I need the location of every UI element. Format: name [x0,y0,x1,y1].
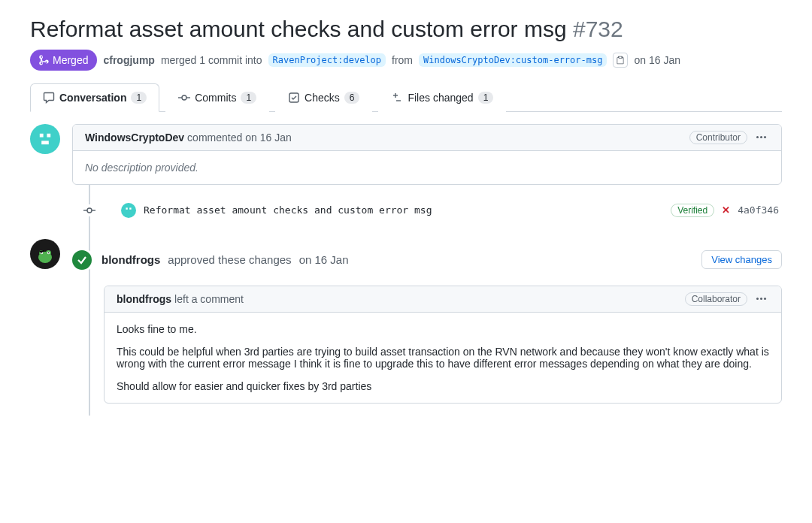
review-author[interactable]: blondfrogs [102,253,160,266]
tab-conversation-count: 1 [131,92,147,104]
tab-conversation-label: Conversation [59,92,126,104]
pr-header: Reformat asset amount checks and custom … [30,15,782,71]
pr-number: #732 [573,17,623,41]
check-icon [76,254,88,266]
frog-avatar-icon [34,243,56,265]
review-comment-action: left a comment [174,293,244,305]
commit-icon [178,92,190,104]
tab-checks[interactable]: Checks 6 [275,83,372,112]
verified-badge[interactable]: Verified [671,204,714,217]
svg-point-24 [48,252,50,253]
pr-meta-row: Merged cfrogjump merged 1 commit into Ra… [30,50,782,71]
review-body-p2: This could be helpful when 3rd parties a… [117,346,769,370]
tab-checks-count: 6 [344,92,360,104]
commit-avatar[interactable] [121,203,136,218]
commit-row: Reformat asset amount checks and custom … [83,197,782,224]
avatar-windowscryptodev[interactable] [30,124,60,154]
merged-text-2: from [392,54,413,66]
review-date[interactable]: on 16 Jan [299,253,349,266]
tab-files-label: Files changed [408,92,473,104]
tab-files[interactable]: Files changed 1 [378,83,506,112]
base-branch[interactable]: RavenProject:develop [268,53,386,67]
head-branch[interactable]: WindowsCryptoDev:custom-error-msg [419,53,607,67]
merged-badge-label: Merged [53,54,88,66]
review-action: approved these changes [168,253,291,266]
svg-point-0 [182,95,186,100]
svg-rect-9 [47,133,50,137]
comment-author-1[interactable]: WindowsCryptoDev [85,132,184,144]
pr-title: Reformat asset amount checks and custom … [30,15,782,44]
review-comment-box: blondfrogs left a comment Collaborator L… [104,286,782,404]
comment-icon [43,92,55,104]
commit-sha[interactable]: 4a0f346 [738,204,779,216]
comment-box-1: WindowsCryptoDev commented on 16 Jan Con… [72,124,782,185]
review-comment-menu[interactable] [753,295,769,303]
svg-rect-14 [124,206,133,215]
checks-icon [288,92,300,104]
approve-badge [70,248,94,272]
timeline-rail: Reformat asset amount checks and custom … [89,185,782,416]
tab-checks-label: Checks [304,92,340,104]
tab-files-count: 1 [478,92,494,104]
svg-rect-3 [289,93,298,102]
svg-rect-7 [36,130,54,148]
svg-rect-16 [129,207,131,209]
timeline: WindowsCryptoDev commented on 16 Jan Con… [30,124,782,416]
timeline-comment-1: WindowsCryptoDev commented on 16 Jan Con… [30,124,782,185]
avatar-blondfrogs[interactable] [30,239,60,269]
avatar-pixel-icon [36,130,54,148]
comment-header-1: WindowsCryptoDev commented on 16 Jan Con… [73,125,781,151]
svg-point-23 [41,252,43,253]
svg-rect-10 [41,141,49,144]
tab-bar: Conversation 1 Commits 1 Checks 6 Files … [30,83,782,112]
merged-badge: Merged [30,50,97,71]
avatar-pixel-icon [124,206,133,215]
no-description-text: No description provided. [85,162,769,174]
copy-branch-button[interactable] [613,53,628,68]
comment-menu-1[interactable] [753,133,769,141]
diff-icon [391,92,403,104]
svg-rect-8 [40,133,44,137]
clipboard-icon [616,56,625,65]
svg-point-11 [87,208,92,213]
role-badge-collaborator: Collaborator [685,292,747,306]
merge-icon [39,55,50,65]
pr-title-text: Reformat asset amount checks and custom … [30,17,567,41]
check-fail-icon[interactable]: ✕ [722,204,730,216]
tab-commits-count: 1 [241,92,256,104]
tab-conversation[interactable]: Conversation 1 [30,83,159,112]
review-comment-body: Looks fine to me. This could be helpful … [105,313,781,403]
review-comment-header: blondfrogs left a comment Collaborator [105,286,781,313]
comment-body-1: No description provided. [73,151,781,184]
review-body-p3: Should allow for easier and quicker fixe… [117,380,769,392]
svg-rect-15 [126,207,127,209]
review-header: blondfrogs approved these changes on 16 … [70,242,782,278]
tab-commits-label: Commits [195,92,236,104]
review-body-p1: Looks fine to me. [117,323,769,335]
commit-message[interactable]: Reformat asset amount checks and custom … [144,204,432,216]
comment-action-1: commented [187,132,242,144]
comment-date-1[interactable]: on 16 Jan [245,132,292,144]
merged-text-1: merged 1 commit into [161,54,262,66]
review-comment-author[interactable]: blondfrogs [117,293,171,305]
commit-node-icon [83,204,95,216]
role-badge-contributor: Contributor [689,131,747,144]
merged-date: on 16 Jan [634,54,680,66]
tab-commits[interactable]: Commits 1 [165,83,269,112]
view-changes-button[interactable]: View changes [701,250,782,269]
merged-by-user[interactable]: cfrogjump [103,54,154,66]
